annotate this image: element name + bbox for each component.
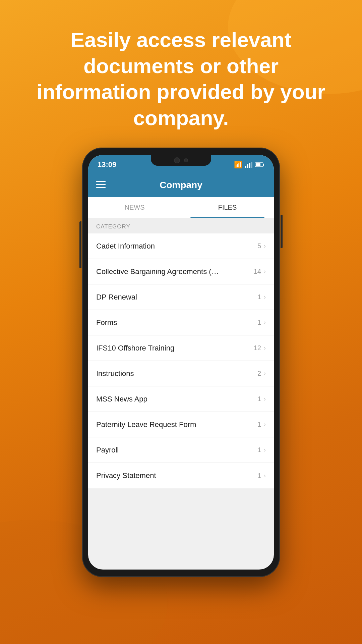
app-title: Company: [160, 180, 202, 191]
svg-rect-11: [96, 187, 106, 188]
hamburger-icon[interactable]: [96, 180, 106, 191]
category-header: CATEGORY: [88, 218, 274, 233]
chevron-right-icon: ›: [264, 370, 266, 377]
list-item[interactable]: Payroll 1 ›: [88, 437, 274, 463]
phone-screen: 13:09 📶: [88, 155, 274, 570]
chevron-right-icon: ›: [264, 243, 266, 250]
item-count-chevron: 14 ›: [254, 268, 266, 275]
camera-lens-secondary: [184, 158, 188, 162]
chevron-right-icon: ›: [264, 421, 266, 428]
battery-icon: [255, 162, 264, 167]
camera-bump: [151, 155, 211, 166]
item-count-chevron: 1 ›: [257, 395, 266, 403]
item-name: IFS10 Offshore Training: [96, 344, 254, 353]
chevron-right-icon: ›: [264, 293, 266, 301]
item-name: Privacy Statement: [96, 471, 257, 480]
item-count: 1: [257, 421, 261, 428]
item-count: 14: [254, 268, 261, 275]
phone-shell: 13:09 📶: [82, 148, 280, 577]
item-count: 1: [257, 293, 261, 301]
category-label: CATEGORY: [96, 223, 130, 230]
svg-rect-8: [256, 163, 260, 166]
tab-files[interactable]: FILES: [181, 197, 274, 218]
item-count-chevron: 1 ›: [257, 319, 266, 326]
item-name: Collective Bargaining Agreements (C…: [96, 267, 224, 276]
item-name: MSS News App: [96, 395, 257, 404]
item-count: 1: [257, 395, 261, 403]
chevron-right-icon: ›: [264, 395, 266, 402]
item-count: 1: [257, 319, 261, 326]
item-name: Paternity Leave Request Form: [96, 420, 257, 429]
phone-mockup: 13:09 📶: [82, 148, 280, 577]
item-name: Cadet Information: [96, 242, 257, 251]
item-count-chevron: 1 ›: [257, 446, 266, 454]
svg-rect-4: [249, 163, 250, 168]
list-item[interactable]: Privacy Statement 1 ›: [88, 463, 274, 488]
item-count-chevron: 2 ›: [257, 370, 266, 377]
status-icons: 📶: [234, 161, 264, 169]
item-name: Instructions: [96, 369, 257, 378]
camera-lens-main: [174, 157, 180, 163]
item-count: 1: [257, 472, 261, 480]
item-count-chevron: 5 ›: [257, 242, 266, 250]
files-list: Cadet Information 5 › Collective Bargain…: [88, 233, 274, 488]
svg-rect-9: [96, 181, 106, 182]
item-count: 12: [254, 344, 261, 352]
status-time: 13:09: [98, 160, 116, 169]
tabs-bar: NEWS FILES: [88, 197, 274, 218]
list-item[interactable]: Collective Bargaining Agreements (C… 14 …: [88, 259, 274, 284]
app-header: Company: [88, 173, 274, 197]
tab-news[interactable]: NEWS: [88, 197, 181, 218]
chevron-right-icon: ›: [264, 472, 266, 479]
list-item[interactable]: DP Renewal 1 ›: [88, 284, 274, 310]
list-item[interactable]: IFS10 Offshore Training 12 ›: [88, 335, 274, 361]
list-item[interactable]: Instructions 2 ›: [88, 361, 274, 386]
chevron-right-icon: ›: [264, 268, 266, 275]
svg-rect-3: [247, 164, 248, 168]
svg-rect-7: [263, 164, 264, 166]
item-count-chevron: 1 ›: [257, 421, 266, 428]
item-count: 5: [257, 242, 261, 250]
item-name: DP Renewal: [96, 293, 257, 302]
hero-text: Easily access relevant documents or othe…: [0, 0, 362, 148]
wifi-icon: 📶: [234, 161, 242, 169]
svg-rect-2: [245, 166, 246, 168]
item-count-chevron: 12 ›: [254, 344, 266, 352]
list-item[interactable]: Cadet Information 5 ›: [88, 233, 274, 259]
svg-rect-10: [96, 184, 106, 185]
chevron-right-icon: ›: [264, 319, 266, 326]
item-name: Forms: [96, 318, 257, 327]
item-count-chevron: 1 ›: [257, 472, 266, 480]
content-area: CATEGORY Cadet Information 5 › Collectiv…: [88, 218, 274, 488]
list-item[interactable]: Paternity Leave Request Form 1 ›: [88, 412, 274, 437]
chevron-right-icon: ›: [264, 344, 266, 352]
item-count: 2: [257, 370, 261, 377]
svg-rect-5: [251, 162, 252, 168]
chevron-right-icon: ›: [264, 446, 266, 453]
list-item[interactable]: Forms 1 ›: [88, 310, 274, 335]
item-count-chevron: 1 ›: [257, 293, 266, 301]
item-name: Payroll: [96, 446, 257, 454]
list-item[interactable]: MSS News App 1 ›: [88, 386, 274, 412]
item-count: 1: [257, 446, 261, 454]
signal-icon: [245, 162, 252, 168]
